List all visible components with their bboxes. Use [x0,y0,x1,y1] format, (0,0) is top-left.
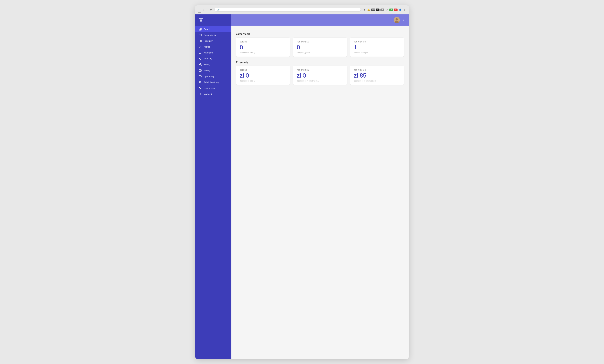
svg-point-30 [200,88,201,88]
sidebar-item-atrybuty[interactable]: Atrybuty [195,56,231,62]
stat-label-zamowienia-2: TEN MIESIĄC [354,41,400,43]
ext-gear[interactable]: ⚙ [380,9,384,11]
svg-rect-6 [200,21,201,22]
atrybuty-icon [199,57,202,60]
sections-container: ZamówieniaDZISIAJ00 zamówień dzisiajTEN … [236,33,404,85]
sidebar: PanelZamówieniaProduktyArtyściKategorieA… [195,14,231,359]
newsy-icon [199,69,202,72]
svg-rect-23 [199,70,201,72]
sidebar-item-artysci[interactable]: Artyści [195,44,231,50]
sidebar-item-label-sponsorzy: Sponsorzy [204,75,214,78]
sidebar-item-produkty[interactable]: Produkty [195,38,231,44]
sidebar-item-ustawienia[interactable]: Ustawienia [195,85,231,91]
svg-point-33 [396,18,398,21]
stat-sub-przychody-1: 0 zamówień w tym tygodniu [297,80,343,82]
section-zamowienia: ZamówieniaDZISIAJ00 zamówień dzisiajTEN … [236,33,404,57]
stat-card-zamowienia-2: TEN MIESIĄC11 w tym miesiącu [350,37,404,57]
sidebar-item-sceny[interactable]: Sceny [195,62,231,68]
ustawienia-icon [199,87,202,89]
profile-icon[interactable]: 👤 [399,8,402,12]
page-content: ZamówieniaDZISIAJ00 zamówień dzisiajTEN … [231,25,409,359]
brand-icon [199,18,203,23]
sidebar-right-icon[interactable]: ▤ [403,8,406,12]
zamowienia-icon [199,34,202,36]
section-title-przychody: Przychody [236,61,404,63]
artysci-icon [199,46,202,48]
svg-rect-11 [201,29,201,30]
sidebar-item-label-kategorie: Kategorie [204,51,213,54]
stat-sub-zamowienia-0: 0 zamówień dzisiaj [240,52,286,54]
browser-controls: ‹ › ↻ [198,7,213,13]
stat-sub-przychody-0: 0 zamówień dzisiaj [240,80,286,82]
svg-rect-7 [201,21,202,22]
ext-dark[interactable]: ■ [376,9,379,11]
panel-icon [199,28,202,31]
stat-sub-zamowienia-2: 1 w tym miesiącu [354,52,400,54]
sidebar-item-label-sceny: Sceny [204,63,210,66]
stat-value-zamowienia-1: 0 [297,44,343,50]
stat-label-zamowienia-0: DZISIAJ [240,41,286,43]
stat-card-zamowienia-1: TEN TYDZIEŃ00 w tym tygodniu [293,37,347,57]
stat-value-zamowienia-2: 1 [354,44,400,50]
sidebar-item-wyloguj[interactable]: Wyloguj [195,91,231,97]
sidebar-brand [195,17,231,26]
stat-value-przychody-2: zł 85 [354,73,400,79]
stat-label-przychody-2: TEN MIESIĄC [354,69,400,71]
stat-sub-przychody-2: 1 zamówień w tym miesiącu [354,80,400,82]
address-bar[interactable]: 🔗 [214,8,361,12]
stat-label-przychody-0: DZISIAJ [240,69,286,71]
stats-grid-zamowienia: DZISIAJ00 zamówień dzisiajTEN TYDZIEŃ00 … [236,37,404,57]
user-chevron-icon: ▾ [403,19,404,21]
svg-rect-13 [199,40,200,41]
sidebar-item-zamowienia[interactable]: Zamówienia [195,32,231,38]
svg-rect-26 [199,76,201,77]
browser-chrome: ‹ › ↻ 🔗 ℹ 🔔 CST ■ ⚙ 🛡 V ■ 👤 ▤ [195,5,409,14]
shield-icon[interactable]: 🛡 [385,8,388,12]
sidebar-item-label-zamowienia: Zamówienia [204,34,216,36]
stat-label-zamowienia-1: TEN TYDZIEŃ [297,41,343,43]
svg-rect-15 [199,41,200,42]
svg-marker-21 [199,58,201,60]
sidebar-item-kategorie[interactable]: Kategorie [195,50,231,56]
ext-v[interactable]: V [389,9,393,11]
sidebar-item-administratorzy[interactable]: Administratorzy [195,79,231,85]
svg-rect-14 [201,40,201,41]
stats-grid-przychody: DZISIAJzł 00 zamówień dzisiajTEN TYDZIEŃ… [236,66,404,85]
bell-icon[interactable]: 🔔 [367,8,370,12]
app-header: ▾ [231,14,409,25]
svg-rect-9 [201,28,201,29]
ext-cst[interactable]: CST [371,9,375,11]
stat-card-przychody-1: TEN TYDZIEŃzł 00 zamówień w tym tygodniu [293,66,347,85]
ext-red[interactable]: ■ [394,9,398,11]
administratorzy-icon [199,81,202,84]
sidebar-item-sponsorzy[interactable]: Sponsorzy [195,73,231,79]
avatar [394,17,400,23]
sidebar-item-label-artysci: Artyści [204,46,211,48]
forward-btn[interactable]: › [206,8,208,12]
browser-toolbar-right: ℹ 🔔 CST ■ ⚙ 🛡 V ■ 👤 ▤ [363,8,406,12]
stat-card-przychody-2: TEN MIESIĄCzł 851 zamówień w tym miesiąc… [350,66,404,85]
main-content: ▾ ZamówieniaDZISIAJ00 zamówień dzisiajTE… [231,14,409,359]
section-title-zamowienia: Zamówienia [236,33,404,35]
back-btn[interactable]: ‹ [202,8,205,12]
sidebar-item-label-atrybuty: Atrybuty [204,57,212,60]
reload-btn[interactable]: ↻ [209,8,213,12]
sidebar-item-newsy[interactable]: Newsy [195,68,231,73]
app-container: PanelZamówieniaProduktyArtyściKategorieA… [195,14,409,359]
sidebar-item-panel[interactable]: Panel [195,26,231,32]
svg-rect-8 [199,28,200,29]
sidebar-item-label-panel: Panel [204,28,210,30]
sidebar-item-label-produkty: Produkty [204,40,213,42]
produkty-icon [199,40,202,42]
svg-point-17 [200,46,201,47]
user-info[interactable]: ▾ [394,17,404,23]
kategorie-icon [199,51,202,54]
stat-card-zamowienia-0: DZISIAJ00 zamówień dzisiaj [236,37,290,57]
svg-rect-16 [201,41,201,42]
sidebar-item-label-wyloguj: Wyloguj [204,93,212,95]
info-icon[interactable]: ℹ [363,8,366,12]
section-przychody: PrzychodyDZISIAJzł 00 zamówień dzisiajTE… [236,61,404,85]
svg-rect-4 [200,20,201,21]
sidebar-toggle-btn[interactable] [198,7,201,13]
svg-rect-22 [199,65,201,66]
